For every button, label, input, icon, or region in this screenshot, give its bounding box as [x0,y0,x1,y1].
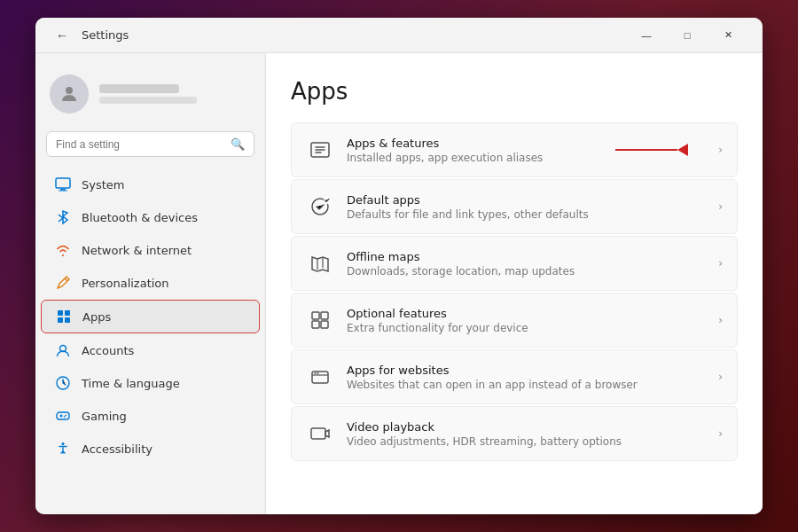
sidebar-item-network[interactable]: Network & internet [41,234,260,266]
video-playback-chevron: › [718,427,723,440]
sidebar-item-label-apps: Apps [82,310,111,324]
optional-features-desc: Extra functionality for your device [347,322,706,334]
apps-features-icon [306,136,334,164]
search-input[interactable] [56,138,223,151]
sidebar-item-system[interactable]: System [41,168,260,200]
apps-features-chevron: › [718,144,723,156]
accessibility-icon [55,441,71,457]
arrow-line [615,149,677,151]
settings-item-optional-features[interactable]: Optional features Extra functionality fo… [291,293,738,348]
settings-item-apps-websites[interactable]: Apps for websites Websites that can open… [291,349,738,404]
default-apps-title: Default apps [347,193,706,207]
red-arrow-annotation [615,144,688,156]
optional-features-chevron: › [718,314,723,326]
default-apps-text: Default apps Defaults for file and link … [347,193,706,221]
svg-rect-23 [321,321,328,328]
optional-features-text: Optional features Extra functionality fo… [347,307,706,334]
gaming-icon [55,408,71,424]
time-icon [55,375,71,391]
user-email-bar [99,97,197,104]
settings-item-default-apps[interactable]: Default apps Defaults for file and link … [291,179,738,234]
svg-rect-5 [65,310,70,316]
default-apps-desc: Defaults for file and link types, other … [347,208,706,221]
close-button[interactable]: ✕ [708,21,748,50]
optional-features-title: Optional features [347,307,706,320]
back-button[interactable]: ← [50,23,74,48]
offline-maps-text: Offline maps Downloads, storage location… [347,250,706,278]
sidebar-item-gaming[interactable]: Gaming [41,400,260,432]
network-icon [55,242,71,258]
titlebar: ← Settings — □ ✕ [35,18,763,53]
sidebar-item-label-personalization: Personalization [82,277,169,290]
nav-list: System Bluetooth & devices Network & int… [35,168,265,466]
offline-maps-title: Offline maps [347,250,706,263]
main-content: Apps Apps & features Installed apps, app… [266,53,763,514]
svg-point-26 [315,372,317,374]
offline-maps-chevron: › [718,257,723,270]
sidebar-item-label-time: Time & language [82,377,180,390]
sidebar-item-apps[interactable]: Apps [41,300,260,333]
default-apps-chevron: › [718,200,723,213]
avatar [50,74,89,113]
user-section [35,67,265,128]
svg-point-27 [317,372,319,374]
personalization-icon [55,275,71,291]
arrow-head [677,144,688,156]
window-controls: — □ ✕ [626,21,748,50]
svg-rect-1 [56,178,70,188]
video-playback-icon [306,419,334,448]
sidebar-item-time[interactable]: Time & language [41,367,260,399]
sidebar-item-label-gaming: Gaming [82,410,127,423]
sidebar-item-label-accessibility: Accessibility [82,442,153,456]
svg-rect-2 [60,189,66,191]
svg-point-0 [66,87,73,94]
svg-rect-7 [65,317,70,323]
default-apps-icon [306,192,334,221]
svg-point-11 [62,442,65,445]
apps-websites-desc: Websites that can open in an app instead… [347,379,706,391]
settings-item-offline-maps[interactable]: Offline maps Downloads, storage location… [291,236,738,291]
svg-rect-3 [59,191,67,192]
svg-rect-4 [58,310,63,316]
sidebar-item-accessibility[interactable]: Accessibility [41,433,260,465]
settings-window: ← Settings — □ ✕ 🔍 [35,18,763,514]
video-playback-desc: Video adjustments, HDR streaming, batter… [347,435,706,448]
page-title: Apps [291,78,738,105]
video-playback-title: Video playback [347,420,706,434]
apps-websites-icon [306,363,334,391]
offline-maps-icon [306,249,334,278]
accounts-icon [55,342,71,358]
apps-icon [56,309,72,325]
svg-rect-21 [321,312,328,319]
sidebar-item-label-bluetooth: Bluetooth & devices [82,211,198,224]
svg-rect-22 [312,321,319,328]
sidebar-item-personalization[interactable]: Personalization [41,267,260,299]
svg-rect-20 [312,312,319,319]
offline-maps-desc: Downloads, storage location, map updates [347,265,706,278]
user-name-bar [99,84,179,93]
sidebar: 🔍 System Bluetooth & devices [35,53,266,514]
video-playback-text: Video playback Video adjustments, HDR st… [347,420,706,448]
sidebar-item-label-accounts: Accounts [82,344,134,357]
search-icon: 🔍 [231,137,245,151]
content-area: 🔍 System Bluetooth & devices [35,53,763,514]
svg-rect-10 [57,412,69,419]
settings-item-apps-features[interactable]: Apps & features Installed apps, app exec… [291,122,738,177]
sidebar-item-bluetooth[interactable]: Bluetooth & devices [41,201,260,233]
maximize-button[interactable]: □ [667,21,708,50]
sidebar-item-label-network: Network & internet [82,244,192,257]
apps-websites-title: Apps for websites [347,364,706,377]
sidebar-item-accounts[interactable]: Accounts [41,334,260,366]
apps-features-wrapper: Apps & features Installed apps, app exec… [291,122,738,177]
svg-rect-28 [311,428,325,439]
system-icon [55,176,71,192]
settings-item-video-playback[interactable]: Video playback Video adjustments, HDR st… [291,406,738,461]
search-box[interactable]: 🔍 [46,131,254,157]
minimize-button[interactable]: — [626,21,667,50]
apps-websites-text: Apps for websites Websites that can open… [347,364,706,391]
apps-websites-chevron: › [718,371,723,383]
svg-rect-6 [58,317,63,323]
user-info [99,84,197,104]
sidebar-item-label-system: System [82,178,124,192]
bluetooth-icon [55,209,71,225]
